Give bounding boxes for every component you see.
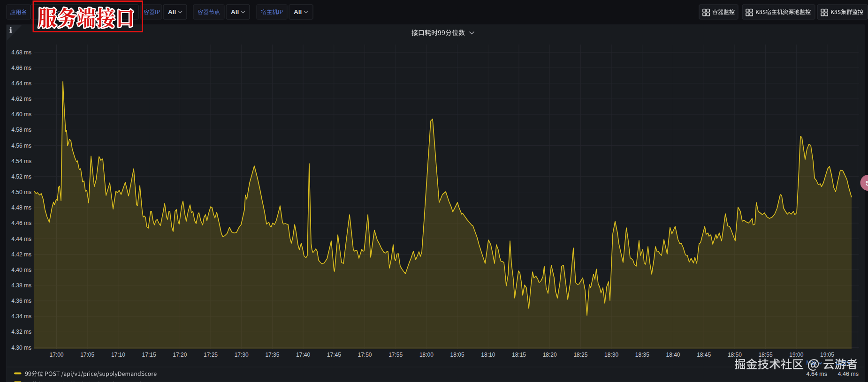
- svg-text:17:00: 17:00: [49, 352, 63, 358]
- svg-text:4.30 ms: 4.30 ms: [11, 345, 31, 351]
- svg-text:4.36 ms: 4.36 ms: [11, 298, 31, 304]
- svg-text:4.46 ms: 4.46 ms: [11, 220, 31, 226]
- svg-text:5: 5: [866, 179, 868, 187]
- svg-text:17:05: 17:05: [80, 352, 94, 358]
- svg-text:18:10: 18:10: [481, 352, 495, 358]
- svg-text:17:45: 17:45: [327, 352, 341, 358]
- svg-text:4.32 ms: 4.32 ms: [11, 329, 31, 335]
- svg-text:18:05: 18:05: [450, 352, 464, 358]
- svg-text:18:30: 18:30: [604, 352, 618, 358]
- svg-text:17:50: 17:50: [358, 352, 372, 358]
- svg-text:18:00: 18:00: [419, 352, 434, 358]
- svg-text:4.38 ms: 4.38 ms: [11, 282, 31, 289]
- svg-text:4.42 ms: 4.42 ms: [11, 251, 31, 258]
- svg-text:4.68 ms: 4.68 ms: [11, 49, 31, 56]
- svg-text:4.56 ms: 4.56 ms: [11, 142, 31, 149]
- svg-text:4.64 ms: 4.64 ms: [807, 371, 827, 377]
- svg-text:17:35: 17:35: [265, 352, 279, 358]
- svg-text:4.54 ms: 4.54 ms: [11, 158, 31, 165]
- svg-text:17:55: 17:55: [388, 352, 403, 358]
- svg-text:17:25: 17:25: [204, 352, 218, 358]
- svg-text:18:50: 18:50: [728, 352, 742, 358]
- svg-text:18:35: 18:35: [635, 352, 649, 358]
- svg-text:4.34 ms: 4.34 ms: [11, 313, 31, 320]
- svg-text:19:00: 19:00: [789, 352, 803, 358]
- svg-text:4.62 ms: 4.62 ms: [11, 96, 31, 102]
- svg-text:18:20: 18:20: [543, 352, 557, 358]
- svg-text:4.52 ms: 4.52 ms: [11, 173, 31, 180]
- svg-text:4.66 ms: 4.66 ms: [11, 65, 31, 71]
- svg-text:17:20: 17:20: [173, 352, 187, 358]
- svg-text:All: All: [231, 8, 239, 15]
- svg-text:All: All: [168, 8, 176, 15]
- svg-text:18:55: 18:55: [759, 352, 773, 358]
- svg-text:17:10: 17:10: [111, 352, 125, 358]
- svg-text:17:40: 17:40: [296, 352, 310, 358]
- svg-text:4.60 ms: 4.60 ms: [11, 111, 31, 118]
- svg-text:19:05: 19:05: [820, 352, 834, 358]
- svg-text:18:15: 18:15: [512, 352, 526, 358]
- svg-text:4.46 ms: 4.46 ms: [838, 371, 859, 377]
- svg-text:18:45: 18:45: [697, 352, 711, 358]
- svg-text:4.64 ms: 4.64 ms: [11, 80, 31, 87]
- svg-text:4.44 ms: 4.44 ms: [11, 236, 31, 242]
- svg-text:All: All: [294, 8, 302, 15]
- svg-text:18:40: 18:40: [666, 352, 680, 358]
- svg-text:17:30: 17:30: [235, 352, 249, 358]
- svg-text:17:15: 17:15: [142, 352, 156, 358]
- svg-text:4.40 ms: 4.40 ms: [11, 267, 31, 273]
- svg-text:4.48 ms: 4.48 ms: [11, 204, 31, 211]
- svg-text:4.58 ms: 4.58 ms: [11, 127, 31, 133]
- svg-text:18:25: 18:25: [573, 352, 587, 358]
- svg-text:4.50 ms: 4.50 ms: [11, 189, 31, 195]
